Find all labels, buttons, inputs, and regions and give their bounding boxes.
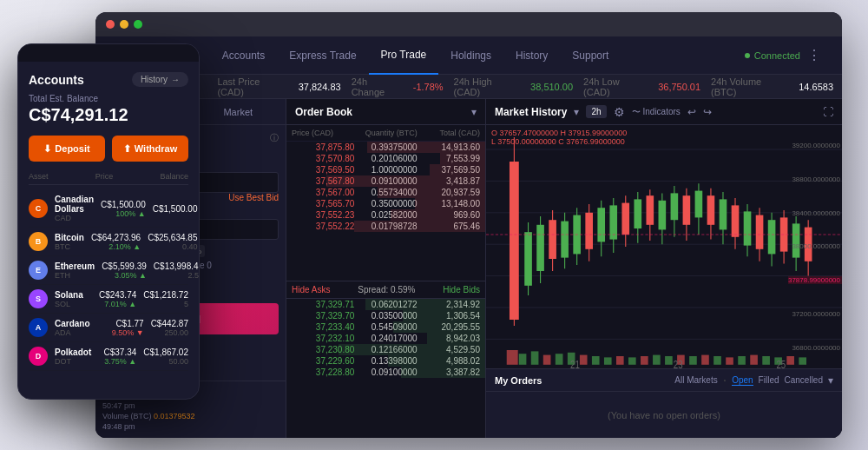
y-label-5: 37200.0000000 (788, 310, 842, 318)
mobile-asset-row[interactable]: A Cardano ADA C$1.77 9.50% ▼ C$442.87 25… (29, 314, 188, 342)
svg-rect-38 (695, 191, 703, 218)
svg-rect-70 (665, 356, 673, 365)
ticker-volume-label: 24h Volume (BTC) (711, 76, 788, 97)
order-book-bid-row: 37,329.70 0.03500000 1,306.54 (286, 310, 485, 321)
filter-cancelled[interactable]: Cancelled (785, 375, 823, 385)
minimize-dot[interactable] (120, 20, 128, 29)
col-total: Total (CAD) (418, 129, 480, 137)
asset-table-header: Asset Price Balance (29, 172, 188, 185)
history-item-1: 50:47 pm (102, 400, 279, 412)
chart-header: Market History ▾ 2h ⚙ 〜 Indicators ↩ ↪ ⛶ (486, 99, 842, 125)
more-options-icon[interactable]: ⋮ (800, 47, 828, 63)
filter-filled[interactable]: Filled (759, 375, 779, 385)
svg-rect-16 (561, 222, 569, 258)
upload-icon: ⬆ (123, 143, 131, 155)
order-book-ask-row: 37,565.70 0.35000000 13,148.00 (286, 198, 485, 209)
y-label-6: 36800.0000000 (788, 344, 842, 352)
mobile-asset-row[interactable]: C Canadian Dollars CAD C$1,500.00 100% ▲… (29, 190, 188, 228)
my-orders-panel: My Orders All Markets · Open Filled Canc… (486, 368, 842, 438)
svg-rect-65 (604, 357, 612, 364)
tab-market[interactable]: Market (191, 99, 286, 124)
nav-items: Accounts Express Trade Pro Trade Holding… (210, 36, 745, 75)
nav-history[interactable]: History (503, 36, 560, 75)
undo-icon[interactable]: ↩ (687, 106, 696, 118)
close-dot[interactable] (106, 20, 115, 29)
chart-title: Market History (495, 106, 567, 118)
svg-rect-68 (641, 356, 648, 365)
withdraw-button[interactable]: ⬆ Withdraw (112, 136, 188, 162)
filter-all-markets[interactable]: All Markets (674, 375, 717, 385)
mobile-asset-row[interactable]: D Polkadot DOT C$37.34 3.75% ▲ C$1,867.0… (29, 342, 188, 371)
mobile-content: Accounts History → Total Est. Balance C$… (18, 62, 199, 381)
y-label-2: 38800.0000000 (788, 175, 842, 183)
chart-chevron-icon[interactable]: ▾ (574, 106, 579, 118)
order-book-title: Order Book (295, 106, 352, 118)
y-label-3: 38400.0000000 (788, 209, 842, 217)
order-book-chevron-icon[interactable]: ▾ (471, 106, 477, 118)
nav-holdings[interactable]: Holdings (438, 36, 503, 75)
order-book-ask-row: 37,569.50 1.00000000 37,569.50 (286, 164, 485, 175)
redo-icon[interactable]: ↪ (703, 106, 712, 118)
y-label-highlight: 37878.99000000 (788, 276, 842, 284)
svg-rect-72 (689, 356, 697, 365)
fullscreen-icon[interactable]: ⛶ (823, 106, 833, 118)
orders-filter: All Markets · Open Filled Cancelled ▾ (674, 373, 833, 388)
hide-bids-button[interactable]: Hide Bids (443, 285, 480, 294)
ticker-low-value: 36,750.01 (658, 82, 700, 92)
mobile-status-bar (18, 44, 199, 62)
svg-rect-75 (726, 357, 733, 364)
nav-express-trade[interactable]: Express Trade (277, 36, 368, 75)
order-book-bid-row: 37,229.60 0.13398000 4,988.02 (286, 355, 485, 367)
order-book-header: Order Book ▾ (286, 99, 485, 125)
svg-rect-48 (756, 215, 764, 249)
svg-rect-28 (634, 199, 641, 228)
nav-accounts[interactable]: Accounts (210, 36, 277, 75)
order-book-bid-row: 37,230.80 0.12166000 4,529.50 (286, 344, 485, 355)
order-book-rows: 37,875.80 0.39375000 14,913.60 37,570.80… (286, 142, 485, 281)
svg-rect-74 (713, 356, 721, 365)
mobile-accounts-title: Accounts (29, 73, 84, 87)
asset-icon: B (29, 232, 48, 251)
mobile-history-button[interactable]: History → (132, 72, 188, 87)
svg-rect-64 (592, 356, 600, 365)
connected-badge: Connected (745, 50, 800, 61)
svg-rect-76 (738, 356, 746, 365)
timeframe-2h-button[interactable]: 2h (586, 105, 606, 118)
indicators-button[interactable]: 〜 Indicators (632, 106, 681, 118)
svg-rect-36 (683, 195, 691, 225)
col-price: Price (CAD) (292, 129, 354, 137)
browser-bar (95, 12, 842, 36)
mobile-overlay: Accounts History → Total Est. Balance C$… (17, 43, 200, 400)
mobile-history-text: History (141, 75, 168, 84)
order-book-bid-row: 37,228.80 0.09100000 3,387.82 (286, 367, 485, 378)
nav-support[interactable]: Support (560, 36, 621, 75)
svg-rect-59 (531, 351, 539, 364)
wave-icon: 〜 (632, 106, 641, 118)
chart-settings-icon[interactable]: ⚙ (614, 105, 625, 119)
mobile-asset-row[interactable]: E Ethereum ETH C$5,599.39 3.05% ▲ C$13,9… (29, 256, 188, 285)
mobile-asset-row[interactable]: B Bitcoin BTC C$64,273.96 2.10% ▲ C$25,6… (29, 228, 188, 256)
top-nav: B BITBUY Accounts Express Trade Pro Trad… (95, 36, 842, 75)
download-icon: ⬇ (43, 143, 51, 155)
filter-open[interactable]: Open (732, 375, 753, 386)
deposit-button[interactable]: ⬇ Deposit (29, 136, 105, 162)
svg-rect-57 (507, 350, 518, 365)
spread-value: Spread: 0.59% (358, 285, 415, 294)
asset-icon: S (29, 289, 48, 308)
svg-rect-14 (549, 220, 556, 259)
svg-rect-26 (621, 203, 629, 235)
orders-chevron-icon[interactable]: ▾ (828, 374, 833, 387)
order-book-bid-row: 37,329.71 0.06201272 2,314.92 (286, 299, 485, 310)
svg-rect-58 (519, 354, 527, 365)
svg-rect-60 (543, 355, 551, 365)
orders-header: My Orders All Markets · Open Filled Canc… (486, 369, 842, 392)
mobile-asset-list: C Canadian Dollars CAD C$1,500.00 100% ▲… (29, 190, 188, 371)
hide-asks-button[interactable]: Hide Asks (292, 285, 330, 294)
mobile-asset-row[interactable]: S Solana SOL C$243.74 7.01% ▲ C$1,218.72… (29, 285, 188, 314)
asset-icon: E (29, 261, 48, 280)
nav-pro-trade[interactable]: Pro Trade (369, 36, 439, 75)
order-book-bids: 37,329.71 0.06201272 2,314.92 37,329.70 … (286, 299, 485, 438)
orders-empty-message: (You have no open orders) (486, 392, 842, 438)
maximize-dot[interactable] (134, 20, 142, 29)
ticker-change-value: -1.78% (413, 82, 444, 92)
